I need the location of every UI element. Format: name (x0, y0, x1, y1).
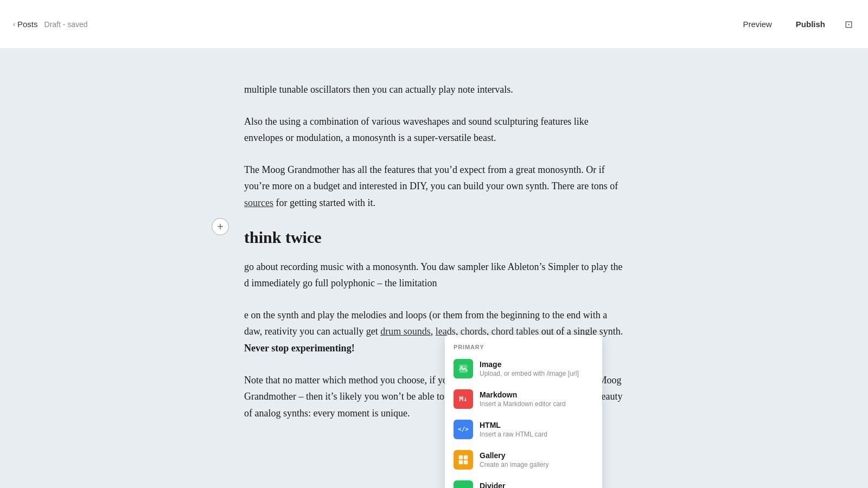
dropdown-item-html[interactable]: </> HTML Insert a raw HTML card (445, 414, 602, 445)
insert-dropdown-menu: PRIMARY Image Upload, or embed with /ima… (445, 335, 602, 488)
topbar-right: Preview Publish ⊡ (736, 16, 855, 33)
paragraph-oscillators[interactable]: multiple tunable oscillators then you ca… (244, 81, 624, 98)
draft-status: Draft - saved (44, 20, 88, 29)
dropdown-header: PRIMARY (445, 339, 602, 354)
heading-think-twice[interactable]: think twice (244, 227, 624, 248)
layout-toggle-icon[interactable]: ⊡ (843, 16, 855, 33)
image-title: Image (480, 360, 579, 369)
dropdown-item-image[interactable]: Image Upload, or embed with /image [url] (445, 354, 602, 384)
html-title: HTML (480, 421, 547, 429)
paragraph-waveshapes[interactable]: Also the using a combination of various … (244, 113, 624, 146)
posts-label: Posts (17, 20, 38, 29)
image-item-text: Image Upload, or embed with /image [url] (480, 360, 579, 377)
divider-icon (454, 480, 473, 488)
dropdown-item-gallery[interactable]: Gallery Create an image gallery (445, 445, 602, 475)
gallery-item-text: Gallery Create an image gallery (480, 451, 548, 468)
gallery-desc: Create an image gallery (480, 461, 548, 468)
publish-button[interactable]: Publish (789, 16, 832, 32)
dropdown-item-divider[interactable]: Divider Insert a dividing line (445, 475, 602, 488)
dropdown-item-markdown[interactable]: M↓ Markdown Insert a Markdown editor car… (445, 384, 602, 414)
back-chevron-icon: ‹ (13, 21, 15, 28)
editor-area: multiple tunable oscillators then you ca… (0, 49, 868, 488)
markdown-title: Markdown (480, 390, 566, 399)
heading-text: hink twice (250, 228, 322, 246)
add-block-button[interactable]: + (212, 218, 229, 235)
html-item-text: HTML Insert a raw HTML card (480, 421, 547, 438)
paragraph-moog[interactable]: The Moog Grandmother has all the feature… (244, 162, 624, 211)
paragraph-moog-text-end: for getting started with it. (273, 197, 375, 208)
html-desc: Insert a raw HTML card (480, 431, 547, 438)
paragraph-moog-text-start: The Moog Grandmother has all the feature… (244, 164, 618, 192)
gallery-title: Gallery (480, 451, 548, 460)
html-icon: </> (454, 420, 473, 439)
divider-item-text: Divider Insert a dividing line (480, 481, 537, 488)
svg-rect-4 (459, 460, 463, 464)
markdown-icon: M↓ (454, 389, 473, 409)
markdown-desc: Insert a Markdown editor card (480, 400, 566, 408)
paragraph-recording[interactable]: go about recording music with a monosynt… (244, 259, 624, 292)
markdown-item-text: Markdown Insert a Markdown editor card (480, 390, 566, 408)
posts-link[interactable]: ‹ Posts (13, 20, 38, 29)
never-stop-text: Never stop experimenting! (244, 343, 355, 354)
sources-link[interactable]: sources (244, 197, 273, 208)
svg-point-1 (461, 366, 462, 368)
topbar-left: ‹ Posts Draft - saved (13, 20, 88, 29)
topbar: ‹ Posts Draft - saved Preview Publish ⊡ (0, 0, 868, 49)
heading-partial-text: t (244, 228, 250, 246)
svg-rect-5 (464, 460, 468, 464)
image-icon (454, 359, 473, 378)
svg-rect-2 (459, 455, 463, 459)
drum-sounds-link[interactable]: drum sounds (380, 326, 431, 337)
preview-button[interactable]: Preview (736, 16, 778, 32)
comma1: , (431, 326, 436, 337)
svg-rect-3 (464, 455, 468, 459)
content-wrapper: multiple tunable oscillators then you ca… (233, 81, 635, 421)
image-desc: Upload, or embed with /image [url] (480, 370, 579, 377)
divider-title: Divider (480, 481, 537, 488)
gallery-icon (454, 450, 473, 470)
plus-button-container: + (212, 218, 229, 235)
